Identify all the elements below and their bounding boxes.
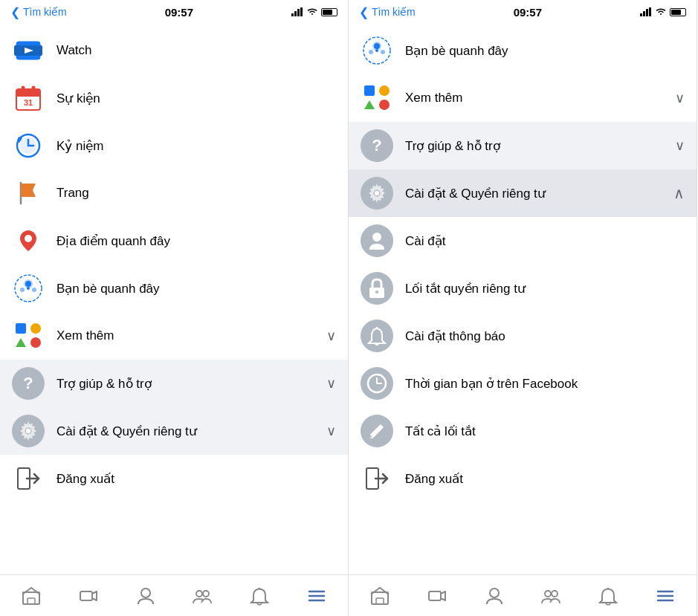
menu-label-ban-be: Bạn bè quanh đây [56, 281, 336, 296]
pencil-icon [361, 415, 393, 447]
tab-bell[interactable] [231, 575, 288, 616]
back-chevron-icon: ❮ [359, 5, 369, 19]
tab-home-r[interactable] [352, 575, 409, 616]
menu-item-cai-dat[interactable]: Cài đặt & Quyền riêng tư∨ [0, 407, 348, 455]
tab-bar [0, 574, 348, 616]
svg-point-40 [203, 591, 209, 597]
tab-menu[interactable] [288, 575, 345, 616]
chevron-icon-xem-them: ∨ [326, 328, 336, 344]
signal-icon [291, 7, 303, 16]
svg-point-52 [369, 50, 373, 54]
svg-point-22 [27, 287, 30, 290]
friends-nearby-icon [361, 34, 393, 67]
tab-home[interactable] [3, 575, 60, 616]
flag-icon [12, 177, 45, 210]
menu-item-xem-them[interactable]: Xem thêm∨ [0, 312, 348, 360]
svg-point-21 [25, 281, 31, 287]
menu-item-xem-them-r[interactable]: Xem thêm∨ [349, 74, 697, 122]
svg-point-23 [20, 288, 25, 292]
status-bar: ❮ Tìm kiếm 09:57 [0, 0, 348, 24]
menu-label-tro-giup-r: Trợ giúp & hỗ trợ [405, 138, 663, 154]
svg-rect-25 [16, 323, 26, 334]
tab-profile[interactable] [117, 575, 174, 616]
memories-icon [12, 129, 45, 162]
menu-item-dia-diem[interactable]: Địa điểm quanh đây [0, 217, 348, 265]
menu-label-xem-them: Xem thêm [56, 328, 314, 343]
menu-item-loi-tat-qrtu[interactable]: Lối tắt quyền riêng tư [349, 265, 697, 312]
battery-icon [670, 8, 686, 16]
search-label: Tìm kiếm [23, 6, 67, 18]
menu-item-tro-giup-r[interactable]: ? Trợ giúp & hỗ trợ∨ [349, 122, 697, 169]
menu-label-tgian-fb: Thời gian bạn ở trên Facebook [405, 376, 685, 392]
svg-rect-46 [646, 9, 648, 16]
svg-rect-72 [429, 591, 441, 600]
svg-marker-56 [364, 100, 375, 109]
menu-label-ban-be-qd: Bạn bè quanh đây [405, 43, 685, 59]
svg-point-38 [141, 589, 150, 597]
chevron-icon-cai-dat: ∨ [326, 423, 336, 439]
menu-item-watch[interactable]: Watch [0, 27, 348, 74]
menu-item-trang[interactable]: Trang [0, 169, 348, 217]
status-time: 09:57 [165, 6, 193, 19]
tab-video[interactable] [60, 575, 117, 616]
menu-label-watch: Watch [56, 43, 336, 58]
menu-label-trang: Trang [56, 186, 336, 201]
menu-item-tro-giup[interactable]: ? Trợ giúp & hỗ trợ∨ [0, 360, 348, 407]
svg-rect-45 [643, 11, 645, 16]
svg-rect-0 [291, 13, 294, 16]
menu-item-cai-dat-sub[interactable]: Cài đặt [349, 217, 697, 265]
menu-item-cai-dat-r[interactable]: Cài đặt & Quyền riêng tư∧ [349, 169, 697, 217]
chevron-icon-xem-them-r: ∨ [675, 90, 685, 106]
menu-item-ky-niem[interactable]: Kỷ niệm [0, 122, 348, 169]
logout-icon [361, 462, 393, 495]
svg-rect-47 [649, 7, 651, 16]
menu-item-cai-dat-tb[interactable]: Cài đặt thông báo [349, 312, 697, 360]
svg-point-55 [379, 85, 390, 96]
menu-item-tgian-fb[interactable]: Thời gian bạn ở trên Facebook [349, 360, 697, 407]
menu-label-cai-dat: Cài đặt & Quyền riêng tư [56, 424, 314, 439]
svg-rect-35 [28, 598, 35, 604]
tab-video-r[interactable] [409, 575, 466, 616]
status-time: 09:57 [514, 6, 542, 19]
settings-icon [361, 177, 393, 210]
menu-item-su-kien[interactable]: 31 Sự kiện [0, 74, 348, 122]
menu-list: Watch 31 Sự kiện Kỷ niệm Trang [0, 24, 348, 574]
status-left: ❮ Tìm kiếm [10, 5, 67, 19]
menu-label-dang-xuat-r: Đăng xuất [405, 471, 685, 487]
svg-point-51 [375, 49, 378, 52]
chevron-icon-tro-giup-r: ∨ [675, 137, 685, 154]
svg-point-39 [196, 591, 202, 597]
tab-menu-r[interactable] [636, 575, 694, 616]
watch-icon [12, 34, 45, 67]
tab-bell-r[interactable] [580, 575, 637, 616]
svg-rect-54 [364, 85, 375, 96]
tab-profile-r[interactable] [465, 575, 523, 616]
lock-icon [361, 272, 393, 305]
menu-item-ban-be-qd[interactable]: Bạn bè quanh đây [349, 27, 697, 74]
svg-rect-2 [297, 9, 300, 16]
svg-point-57 [379, 100, 390, 110]
svg-point-63 [375, 291, 378, 294]
panel-right: ❮ Tìm kiếm 09:57 [349, 0, 697, 616]
chevron-icon-tro-giup: ∨ [326, 375, 336, 392]
menu-label-ky-niem: Kỷ niệm [56, 138, 336, 154]
status-right [640, 7, 686, 16]
svg-point-26 [30, 323, 41, 334]
tab-groups[interactable] [174, 575, 231, 616]
svg-point-75 [545, 591, 551, 597]
tab-groups-r[interactable] [523, 575, 580, 616]
person-circle-icon [361, 224, 393, 257]
menu-list: Bạn bè quanh đây Xem thêm∨ ? Trợ giúp & … [349, 24, 697, 574]
help-icon: ? [361, 129, 393, 162]
menu-item-ban-be[interactable]: Bạn bè quanh đây [0, 265, 348, 312]
menu-item-dang-xuat[interactable]: Đăng xuất [0, 455, 348, 502]
shapes-icon [12, 320, 45, 352]
svg-text:?: ? [23, 374, 33, 392]
menu-item-dang-xuat-r[interactable]: Đăng xuất [349, 455, 697, 502]
menu-item-tat-ca-lt[interactable]: Tất cả lối tắt [349, 407, 697, 455]
menu-label-cai-dat-r: Cài đặt & Quyền riêng tư [405, 186, 662, 201]
menu-label-su-kien: Sự kiện [56, 91, 336, 106]
wifi-icon [655, 7, 667, 16]
svg-rect-9 [16, 94, 40, 97]
svg-text:?: ? [372, 136, 381, 155]
